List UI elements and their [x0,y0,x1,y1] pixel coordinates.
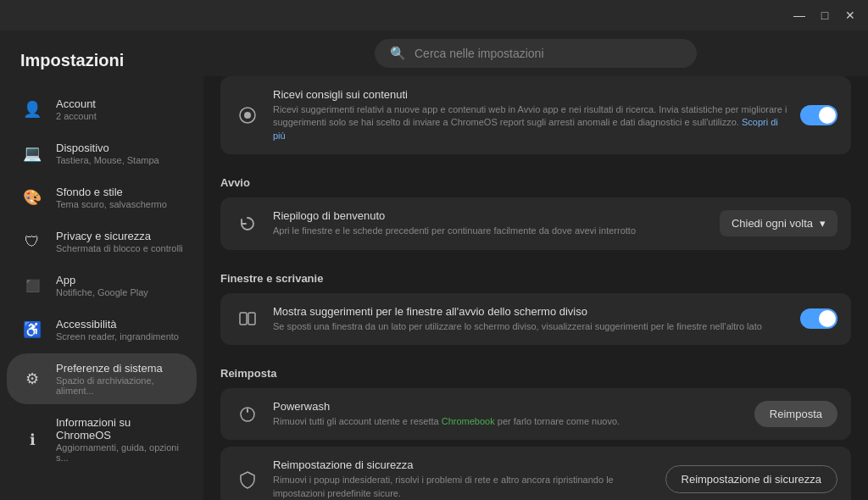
chromeos-sub: Aggiornamenti, guida, opzioni s... [56,442,183,463]
chevron-down-icon: ▾ [820,217,826,230]
search-icon: 🔍 [390,46,406,61]
schermo-diviso-desc: Se sposti una finestra da un lato per ut… [273,320,788,333]
section-reimposta: Reimposta [220,352,851,388]
schermo-diviso-content: Mostra suggerimenti per le finestre all'… [273,305,788,333]
sicurezza-desc: Rimuovi i popup indesiderati, risolvi i … [273,474,654,500]
sidebar-item-chromeos[interactable]: ℹ Informazioni su ChromeOS Aggiornamenti… [7,408,197,471]
minimize-button[interactable]: — [788,4,810,26]
chromebook-link: Chromebook [442,416,495,426]
title-bar: — □ ✕ [0,0,868,31]
close-button[interactable]: ✕ [839,4,861,26]
app-icon: ⬛ [20,274,44,297]
accessibilita-label: Accessibilità [56,318,179,331]
dispositivo-sub: Tastiera, Mouse, Stampa [56,155,159,165]
sidebar-item-app[interactable]: ⬛ App Notifiche, Google Play [7,265,197,306]
account-sub: 2 account [56,111,97,121]
app-label: App [56,274,148,286]
chromeos-label: Informazioni su ChromeOS [56,416,183,442]
riepilogo-dropdown[interactable]: Chiedi ogni volta ▾ [720,210,837,236]
sfondo-label: Sfondo e stile [56,186,167,198]
sfondo-sub: Tema scuro, salvaschermo [56,199,167,209]
section-finestre: Finestre e scrivanie [220,257,851,293]
privacy-icon: 🛡 [20,230,44,253]
section-avvio: Avvio [220,161,851,197]
reimpostazione-sicurezza-button[interactable]: Reimpostazione di sicurezza [665,465,837,493]
schermo-diviso-toggle[interactable] [800,308,837,329]
svg-rect-2 [240,313,247,325]
consigli-icon [234,102,261,129]
setting-row-riepilogo: Riepilogo di benvenuto Apri le finestre … [220,197,851,249]
sicurezza-title: Reimpostazione di sicurezza [273,458,654,471]
maximize-button[interactable]: □ [814,4,836,26]
setting-row-schermo-diviso: Mostra suggerimenti per le finestre all'… [220,293,851,345]
sicurezza-icon [234,466,261,493]
privacy-sub: Schermata di blocco e controlli [56,243,183,253]
riepilogo-dropdown-wrapper: Chiedi ogni volta ▾ [720,210,837,236]
sicurezza-content: Reimpostazione di sicurezza Rimuovi i po… [273,458,654,500]
sidebar-item-sfondo[interactable]: 🎨 Sfondo e stile Tema scuro, salvascherm… [7,177,197,218]
search-wrapper: 🔍 [203,31,868,76]
chromeos-icon: ℹ [20,428,44,452]
content-area: 🔍 Ricevi consigli sui contenuti Ricevi s… [203,31,868,500]
sidebar-item-dispositivo[interactable]: 💻 Dispositivo Tastiera, Mouse, Stampa [7,133,197,174]
account-icon: 👤 [20,97,44,121]
powerwash-content: Powerwash Rimuovi tutti gli account uten… [273,400,743,428]
dropdown-value: Chiedi ogni volta [732,217,813,230]
sidebar-item-account[interactable]: 👤 Account 2 account [7,89,197,130]
consigli-title: Ricevi consigli sui contenuti [273,88,788,101]
accessibilita-sub: Screen reader, ingrandimento [56,331,179,342]
sidebar-item-accessibilita[interactable]: ♿ Accessibilità Screen reader, ingrandim… [7,309,197,350]
accessibilita-icon: ♿ [20,318,44,342]
setting-row-consigli: Ricevi consigli sui contenuti Ricevi sug… [220,76,851,154]
sidebar-title: Impostazioni [0,44,203,87]
riepilogo-icon [234,210,261,237]
dispositivo-label: Dispositivo [56,142,159,154]
riepilogo-desc: Apri le finestre e le schede precedenti … [273,225,708,237]
reimposta-button[interactable]: Reimposta [754,401,837,427]
riepilogo-content: Riepilogo di benvenuto Apri le finestre … [273,209,708,237]
sidebar-item-preferenze[interactable]: ⚙ Preferenze di sistema Spazio di archiv… [7,353,197,404]
search-input[interactable] [415,47,682,60]
powerwash-title: Powerwash [273,400,743,413]
powerwash-desc: Rimuovi tutti gli account utente e reset… [273,415,743,428]
app-sub: Notifiche, Google Play [56,287,148,297]
consigli-content: Ricevi consigli sui contenuti Ricevi sug… [273,88,788,142]
account-label: Account [56,97,97,110]
dispositivo-icon: 💻 [20,142,44,165]
preferenze-sub: Spazio di archiviazione, aliment... [56,375,183,396]
search-bar: 🔍 [375,39,697,68]
sidebar: Impostazioni 👤 Account 2 account 💻 Dispo… [0,31,203,500]
window-controls: — □ ✕ [788,4,861,26]
setting-row-sicurezza: Reimpostazione di sicurezza Rimuovi i po… [220,447,851,500]
preferenze-icon: ⚙ [20,367,44,391]
schermo-diviso-title: Mostra suggerimenti per le finestre all'… [273,305,788,318]
powerwash-icon [234,401,261,428]
svg-rect-3 [248,313,255,325]
consigli-toggle[interactable] [800,105,837,125]
sfondo-icon: 🎨 [20,186,44,209]
sidebar-item-privacy[interactable]: 🛡 Privacy e sicurezza Schermata di blocc… [7,221,197,262]
setting-row-powerwash: Powerwash Rimuovi tutti gli account uten… [220,388,851,440]
svg-point-1 [244,112,251,119]
riepilogo-title: Riepilogo di benvenuto [273,209,708,222]
scroll-content: Ricevi consigli sui contenuti Ricevi sug… [203,76,868,500]
privacy-label: Privacy e sicurezza [56,230,183,242]
main-layout: Impostazioni 👤 Account 2 account 💻 Dispo… [0,31,868,500]
consigli-desc: Ricevi suggerimenti relativi a nuove app… [273,103,788,142]
preferenze-label: Preferenze di sistema [56,362,183,375]
schermo-diviso-icon [234,305,261,332]
